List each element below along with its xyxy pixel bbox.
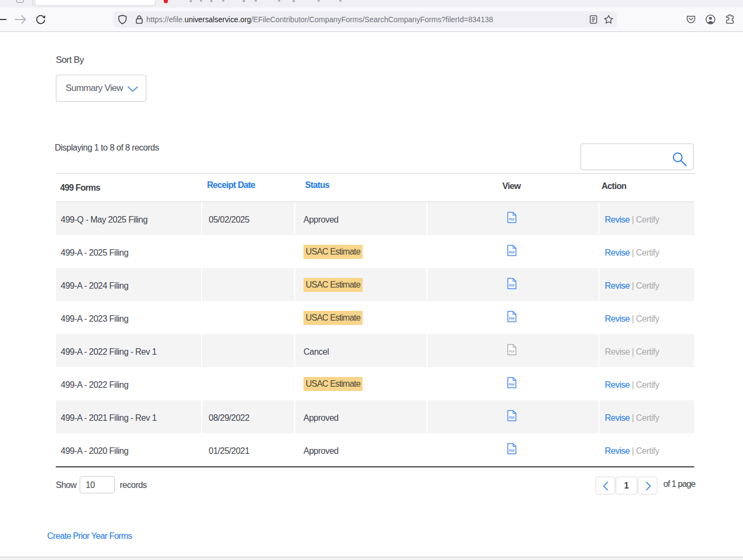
svg-text:PDF: PDF (509, 284, 515, 287)
svg-text:PDF: PDF (509, 251, 515, 254)
svg-text:PDF: PDF (509, 350, 515, 353)
svg-text:PDF: PDF (509, 383, 515, 386)
svg-text:PDF: PDF (509, 416, 515, 419)
svg-text:PDF: PDF (509, 218, 515, 221)
svg-text:PDF: PDF (509, 449, 515, 452)
svg-text:PDF: PDF (509, 317, 515, 320)
